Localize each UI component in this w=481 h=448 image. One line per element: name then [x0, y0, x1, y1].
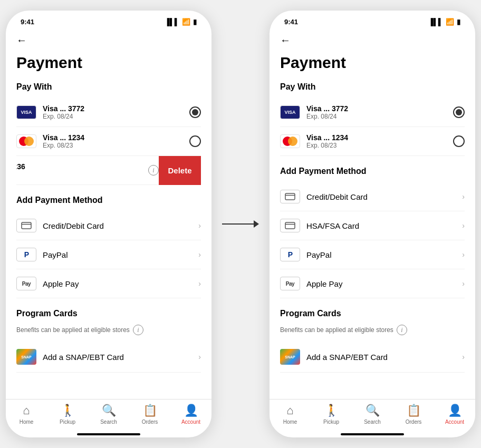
page-title-left: Payment [16, 54, 201, 72]
page-title-right: Payment [280, 54, 465, 72]
swipe-row-left: ... 4236 0/25 i Delete [16, 156, 201, 185]
orders-label-right: Orders [406, 419, 422, 425]
card-info-2-right: Visa ... 1234 Exp. 08/23 [306, 133, 453, 149]
radio-2-left[interactable] [189, 135, 201, 147]
add-payment-section-left: Add Payment Method Credit/Debit Card › [16, 196, 201, 298]
battery-icon: ▮ [193, 18, 197, 26]
nav-orders-left[interactable]: 📋 Orders [136, 404, 165, 425]
applepay-label-right: Apple Pay [306, 279, 462, 288]
program-cards-title-right: Program Cards [280, 309, 465, 318]
search-icon-right: 🔍 [365, 404, 380, 417]
mc-logo-right [280, 134, 300, 148]
pickup-icon-right: 🚶 [324, 404, 339, 417]
nav-account-right[interactable]: 👤 Account [440, 404, 469, 425]
arrow-head [254, 220, 259, 228]
card-exp-1-left: Exp. 08/24 [43, 113, 189, 120]
chevron-snap-left: › [198, 353, 201, 361]
arrow-connector [222, 220, 259, 228]
orders-label-left: Orders [142, 419, 158, 425]
svg-rect-4 [285, 222, 295, 229]
card-info-3-left: ... 4236 0/25 [16, 162, 148, 178]
add-payment-title-right: Add Payment Method [280, 167, 465, 176]
card-item-visa-1234-right[interactable]: Visa ... 1234 Exp. 08/23 [280, 127, 465, 156]
card-name-1-right: Visa ... 3772 [306, 104, 453, 113]
back-button-left[interactable]: ← [16, 30, 27, 51]
credit-card-label-left: Credit/Debit Card [43, 221, 198, 230]
home-bar-right [341, 433, 404, 435]
nav-search-left[interactable]: 🔍 Search [94, 404, 123, 425]
add-snap-left[interactable]: SNAP Add a SNAP/EBT Card › [16, 342, 201, 373]
snap-label-left: Add a SNAP/EBT Card [43, 353, 198, 362]
card-exp-2-right: Exp. 08/23 [306, 142, 453, 149]
snap-icon-left: SNAP [16, 349, 36, 365]
chevron-snap-right: › [462, 353, 465, 361]
right-phone: 9:41 ▐▌▌ 📶 ▮ ← Payment Pay With VISA Vis… [270, 11, 475, 437]
add-credit-card-left[interactable]: Credit/Debit Card › [16, 211, 201, 240]
time-right: 9:41 [284, 18, 298, 26]
search-icon-left: 🔍 [102, 404, 116, 417]
add-applepay-left[interactable]: Pay Apple Pay › [16, 269, 201, 298]
card-item-visa-3772-right[interactable]: VISA Visa ... 3772 Exp. 08/24 [280, 98, 465, 127]
card-item-visa-1234-left[interactable]: Visa ... 1234 Exp. 08/23 [16, 127, 201, 156]
card-info-1-right: Visa ... 3772 Exp. 08/24 [306, 104, 453, 120]
account-label-left: Account [181, 419, 200, 425]
credit-card-icon-left [16, 219, 36, 232]
arrow-line [222, 220, 259, 228]
radio-selected-1-right[interactable] [453, 106, 465, 118]
program-info-icon-right[interactable]: i [397, 325, 407, 335]
left-phone: 9:41 ▐▌▌ 📶 ▮ ← Payment Pay With VISA Vis… [6, 11, 211, 437]
card-exp-1-right: Exp. 08/24 [306, 113, 453, 120]
add-snap-right[interactable]: SNAP Add a SNAP/EBT Card › [280, 342, 465, 373]
card-name-3-left: ... 4236 [16, 162, 148, 171]
main-container: 9:41 ▐▌▌ 📶 ▮ ← Payment Pay With VISA Vis… [0, 0, 481, 448]
radio-selected-1-left[interactable] [189, 106, 201, 118]
visa-logo-left: VISA [16, 105, 36, 119]
chevron-hsa-right: › [462, 221, 465, 230]
add-credit-card-right[interactable]: Credit/Debit Card › [280, 182, 465, 211]
add-paypal-right[interactable]: P PayPal › [280, 240, 465, 269]
svg-rect-0 [22, 222, 31, 229]
program-subtitle-text-left: Benefits can be applied at eligible stor… [16, 326, 130, 334]
mc-logo-left [16, 134, 36, 148]
bottom-nav-left: ⌂ Home 🚶 Pickup 🔍 Search 📋 Orders 👤 Acco… [6, 399, 211, 427]
pickup-label-left: Pickup [60, 419, 75, 425]
orders-icon-left: 📋 [143, 404, 157, 417]
paypal-icon-right: P [280, 248, 300, 261]
paypal-label-right: PayPal [306, 250, 462, 259]
account-icon-left: 👤 [184, 404, 198, 417]
card-item-visa-3772-left[interactable]: VISA Visa ... 3772 Exp. 08/24 [16, 98, 201, 127]
back-button-right[interactable]: ← [280, 30, 291, 51]
nav-pickup-right[interactable]: 🚶 Pickup [317, 404, 346, 425]
program-section-right: Program Cards Benefits can be applied at… [280, 309, 465, 373]
swiped-card-left: ... 4236 0/25 i [16, 156, 159, 185]
nav-search-right[interactable]: 🔍 Search [358, 404, 387, 425]
program-cards-title-left: Program Cards [16, 309, 201, 318]
nav-home-left[interactable]: ⌂ Home [12, 404, 41, 425]
program-cards-subtitle-right: Benefits can be applied at eligible stor… [280, 325, 465, 335]
add-applepay-right[interactable]: Pay Apple Pay › [280, 269, 465, 298]
program-subtitle-text-right: Benefits can be applied at eligible stor… [280, 326, 393, 334]
delete-button-left[interactable]: Delete [159, 156, 201, 185]
account-icon-right: 👤 [448, 404, 462, 417]
program-info-icon-left[interactable]: i [133, 325, 143, 335]
chevron-applepay-right: › [462, 279, 465, 288]
add-payment-title-left: Add Payment Method [16, 196, 201, 205]
nav-orders-right[interactable]: 📋 Orders [399, 404, 428, 425]
status-icons-right: ▐▌▌ 📶 ▮ [428, 18, 460, 26]
home-label-left: Home [20, 419, 34, 425]
paypal-logo-right: P [288, 250, 292, 259]
radio-2-right[interactable] [453, 135, 465, 147]
time-left: 9:41 [21, 18, 34, 26]
applepay-icon-left: Pay [16, 277, 36, 290]
add-paypal-left[interactable]: P PayPal › [16, 240, 201, 269]
account-label-right: Account [445, 419, 464, 425]
nav-pickup-left[interactable]: 🚶 Pickup [53, 404, 82, 425]
nav-home-right[interactable]: ⌂ Home [276, 404, 305, 425]
info-icon-left[interactable]: i [148, 165, 159, 176]
home-indicator-left [6, 427, 211, 437]
add-hsa-right[interactable]: HSA/FSA Card › [280, 211, 465, 240]
nav-account-left[interactable]: 👤 Account [177, 404, 206, 425]
card-exp-2-left: Exp. 08/23 [43, 142, 189, 149]
applepay-icon-right: Pay [280, 277, 300, 290]
battery-icon-right: ▮ [457, 18, 460, 26]
